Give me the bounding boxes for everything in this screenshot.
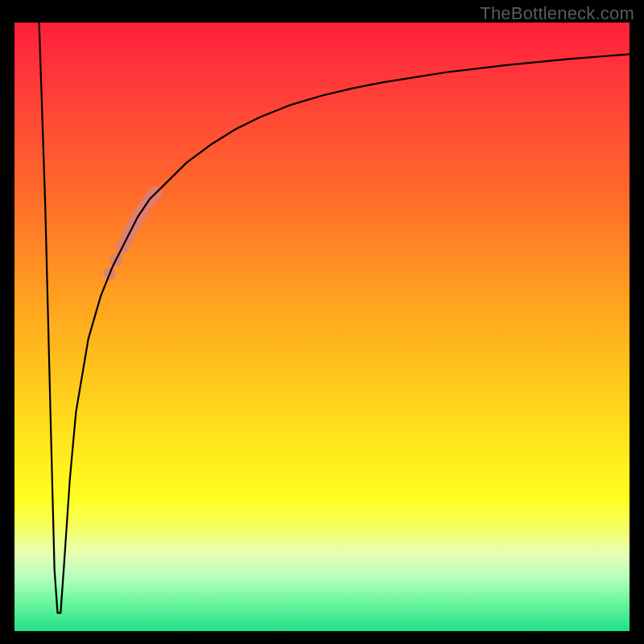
bottleneck-curve-path	[39, 23, 630, 613]
chart-svg	[14, 23, 630, 631]
watermark-text: TheBottleneck.com	[480, 3, 634, 24]
chart-area	[14, 23, 630, 631]
highlight-markers	[103, 193, 155, 280]
